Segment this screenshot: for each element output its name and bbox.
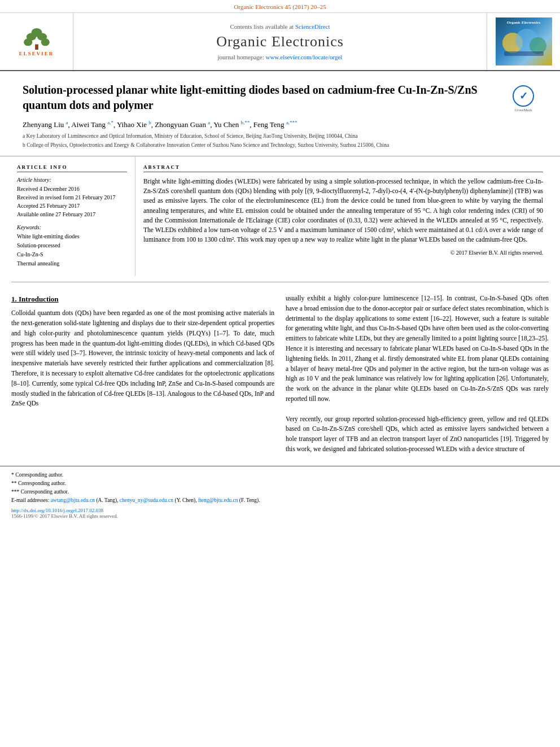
- journal-cover-title: Organic Electronics: [507, 20, 541, 25]
- keywords-label: Keywords:: [17, 224, 127, 230]
- history-received: Received 4 December 2016: [17, 185, 127, 193]
- keyword-2: Solution-processed: [17, 241, 127, 250]
- crossmark-icon: ✓: [513, 85, 534, 107]
- introduction-section: 1. Introduction Colloidal quantum dots (…: [0, 288, 560, 460]
- elsevier-label: ELSEVIER: [19, 51, 54, 56]
- introduction-col1-text: Colloidal quantum dots (QDs) have been r…: [11, 308, 274, 409]
- keywords-section: Keywords: White light-emitting diodes So…: [17, 224, 127, 268]
- svg-point-4: [41, 38, 49, 46]
- authors-line: Zhenyang Liu a, Aiwei Tang a,*, Yihao Xi…: [23, 120, 501, 129]
- doi-link[interactable]: http://dx.doi.org/10.1016/j.orgel.2017.0…: [11, 508, 103, 513]
- journal-center-header: Contents lists available at ScienceDirec…: [73, 13, 487, 70]
- introduction-col2-text: usually exhibit a highly color-pure lumi…: [286, 294, 549, 404]
- copyright-notice: © 2017 Elsevier B.V. All rights reserved…: [143, 250, 543, 256]
- footnote-emails: E-mail addresses: awtang@bjtu.edu.cn (A.…: [11, 496, 549, 505]
- history-revised-label: Received in revised form 21 February 201…: [17, 193, 127, 202]
- keyword-1: White light-emitting diodes: [17, 232, 127, 241]
- email-link-2[interactable]: chenyu_ny@suda.edu.cn: [120, 497, 173, 503]
- info-abstract-columns: ARTICLE INFO Article history: Received 4…: [0, 156, 560, 276]
- crossmark-label: CrossMark: [514, 108, 532, 112]
- section-divider: [11, 282, 549, 282]
- svg-rect-9: [504, 51, 544, 56]
- svg-point-3: [24, 38, 32, 46]
- footnote-star1: * Corresponding author.: [11, 471, 549, 479]
- footnote-star2: ** Corresponding author.: [11, 479, 549, 488]
- keyword-4: Thermal annealing: [17, 259, 127, 268]
- article-info-heading: ARTICLE INFO: [17, 164, 127, 172]
- history-accepted: Accepted 25 February 2017: [17, 202, 127, 210]
- homepage-line: journal homepage: www.elsevier.com/locat…: [218, 54, 343, 60]
- journal-title: Organic Electronics: [216, 33, 344, 50]
- introduction-title: 1. Introduction: [11, 294, 274, 305]
- abstract-text: Bright white light-emitting diodes (WLED…: [143, 177, 543, 245]
- elsevier-logo: ELSEVIER: [8, 25, 65, 59]
- elsevier-logo-container: ELSEVIER: [0, 13, 73, 70]
- doi-line: http://dx.doi.org/10.1016/j.orgel.2017.0…: [11, 508, 549, 513]
- footnote-star3: *** Corresponding author.: [11, 488, 549, 496]
- journal-cover-graphic: [498, 26, 549, 57]
- email-link-1[interactable]: awtang@bjtu.edu.cn: [51, 497, 95, 503]
- article-history: Article history: Received 4 December 201…: [17, 177, 127, 219]
- footnotes-section: * Corresponding author. ** Corresponding…: [0, 466, 560, 523]
- journal-cover-container: Organic Electronics: [487, 13, 560, 70]
- abstract-heading: ABSTRACT: [143, 164, 543, 172]
- affiliations: a Key Laboratory of Luminescence and Opt…: [23, 133, 501, 149]
- affiliation-a: a Key Laboratory of Luminescence and Opt…: [23, 133, 501, 140]
- elsevier-tree-icon: [20, 27, 54, 50]
- article-title: Solution-processed planar white light-em…: [23, 82, 501, 113]
- article-title-section: Solution-processed planar white light-em…: [0, 71, 560, 156]
- homepage-url[interactable]: www.elsevier.com/locate/orgel: [265, 54, 342, 60]
- article-title-content: Solution-processed planar white light-em…: [23, 82, 501, 150]
- issn-line: 1566-1199/© 2017 Elsevier B.V. All right…: [11, 513, 549, 519]
- journal-cover-image: Organic Electronics: [496, 18, 552, 65]
- introduction-col2: usually exhibit a highly color-pure lumi…: [286, 294, 549, 455]
- email-link-3[interactable]: fteng@bjtu.edu.cn: [198, 497, 238, 503]
- journal-header: ELSEVIER Contents lists available at Sci…: [0, 13, 560, 71]
- history-available: Available online 27 February 2017: [17, 210, 127, 219]
- abstract-column: ABSTRACT Bright white light-emitting dio…: [135, 156, 549, 276]
- sciencedirect-link[interactable]: ScienceDirect: [295, 23, 330, 30]
- introduction-col1: 1. Introduction Colloidal quantum dots (…: [11, 294, 274, 455]
- keyword-3: Cu-In-Zn-S: [17, 250, 127, 259]
- article-info-column: ARTICLE INFO Article history: Received 4…: [11, 156, 135, 276]
- crossmark-container: ✓ CrossMark: [509, 85, 537, 112]
- affiliation-b: b College of Physics, Optoelectronics an…: [23, 142, 501, 149]
- journal-reference: Organic Electronics 45 (2017) 20–25: [0, 0, 560, 13]
- introduction-col2-para2: Very recently, our group reported soluti…: [286, 414, 549, 455]
- history-label: Article history:: [17, 177, 127, 183]
- sciencedirect-line: Contents lists available at ScienceDirec…: [230, 23, 330, 30]
- svg-rect-5: [35, 44, 38, 50]
